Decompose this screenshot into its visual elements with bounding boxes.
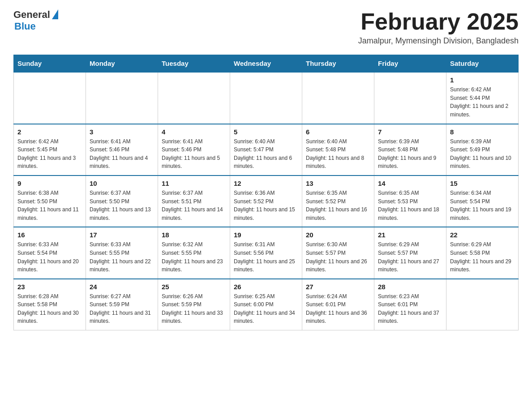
calendar-day-header: Wednesday bbox=[230, 55, 302, 73]
day-number: 23 bbox=[17, 283, 82, 291]
calendar-day-header: Saturday bbox=[446, 55, 519, 73]
calendar-day-header: Monday bbox=[86, 55, 158, 73]
calendar-cell: 25Sunrise: 6:26 AMSunset: 5:59 PMDayligh… bbox=[158, 279, 230, 330]
calendar-cell: 8Sunrise: 6:39 AMSunset: 5:49 PMDaylight… bbox=[446, 124, 519, 176]
day-info: Sunrise: 6:24 AMSunset: 6:01 PMDaylight:… bbox=[306, 292, 370, 325]
calendar-cell: 3Sunrise: 6:41 AMSunset: 5:46 PMDaylight… bbox=[86, 124, 158, 176]
day-number: 12 bbox=[234, 180, 298, 187]
day-info: Sunrise: 6:39 AMSunset: 5:48 PMDaylight:… bbox=[378, 137, 442, 171]
calendar-cell: 10Sunrise: 6:37 AMSunset: 5:50 PMDayligh… bbox=[86, 176, 158, 227]
day-info: Sunrise: 6:33 AMSunset: 5:54 PMDaylight:… bbox=[17, 240, 82, 274]
day-number: 4 bbox=[162, 128, 226, 136]
calendar-cell: 2Sunrise: 6:42 AMSunset: 5:45 PMDaylight… bbox=[14, 124, 86, 176]
calendar-cell: 1Sunrise: 6:42 AMSunset: 5:44 PMDaylight… bbox=[446, 72, 519, 124]
calendar-cell bbox=[230, 72, 302, 124]
day-number: 11 bbox=[162, 180, 226, 187]
day-number: 20 bbox=[306, 231, 370, 239]
day-info: Sunrise: 6:41 AMSunset: 5:46 PMDaylight:… bbox=[90, 137, 154, 171]
day-number: 22 bbox=[450, 231, 515, 239]
calendar-cell: 12Sunrise: 6:36 AMSunset: 5:52 PMDayligh… bbox=[230, 176, 302, 227]
calendar-cell: 5Sunrise: 6:40 AMSunset: 5:47 PMDaylight… bbox=[230, 124, 302, 176]
day-number: 13 bbox=[306, 180, 370, 187]
day-number: 8 bbox=[450, 128, 515, 136]
calendar-cell: 19Sunrise: 6:31 AMSunset: 5:56 PMDayligh… bbox=[230, 227, 302, 278]
calendar-day-header: Friday bbox=[374, 55, 446, 73]
day-number: 3 bbox=[90, 128, 154, 136]
calendar-header-row: SundayMondayTuesdayWednesdayThursdayFrid… bbox=[14, 55, 519, 73]
page-header: General Blue February 2025 Jamalpur, Mym… bbox=[13, 9, 519, 46]
calendar-week-row: 1Sunrise: 6:42 AMSunset: 5:44 PMDaylight… bbox=[14, 72, 519, 124]
day-number: 7 bbox=[378, 128, 442, 136]
calendar-cell bbox=[158, 72, 230, 124]
day-info: Sunrise: 6:23 AMSunset: 6:01 PMDaylight:… bbox=[378, 292, 442, 325]
day-number: 19 bbox=[234, 231, 298, 239]
day-info: Sunrise: 6:31 AMSunset: 5:56 PMDaylight:… bbox=[234, 240, 298, 274]
day-number: 28 bbox=[378, 283, 442, 291]
calendar-cell: 11Sunrise: 6:37 AMSunset: 5:51 PMDayligh… bbox=[158, 176, 230, 227]
day-info: Sunrise: 6:36 AMSunset: 5:52 PMDaylight:… bbox=[234, 189, 298, 222]
day-info: Sunrise: 6:39 AMSunset: 5:49 PMDaylight:… bbox=[450, 137, 515, 171]
calendar-cell bbox=[302, 72, 374, 124]
calendar-day-header: Sunday bbox=[14, 55, 86, 73]
calendar-cell: 14Sunrise: 6:35 AMSunset: 5:53 PMDayligh… bbox=[374, 176, 446, 227]
logo-general-text: General bbox=[13, 9, 50, 21]
title-block: February 2025 Jamalpur, Mymensingh Divis… bbox=[358, 9, 519, 46]
calendar-cell bbox=[446, 279, 519, 330]
calendar-cell: 15Sunrise: 6:34 AMSunset: 5:54 PMDayligh… bbox=[446, 176, 519, 227]
day-number: 25 bbox=[162, 283, 226, 291]
day-number: 2 bbox=[17, 128, 82, 136]
day-info: Sunrise: 6:33 AMSunset: 5:55 PMDaylight:… bbox=[90, 240, 154, 274]
calendar-cell: 22Sunrise: 6:29 AMSunset: 5:58 PMDayligh… bbox=[446, 227, 519, 278]
calendar-cell: 26Sunrise: 6:25 AMSunset: 6:00 PMDayligh… bbox=[230, 279, 302, 330]
calendar-cell: 18Sunrise: 6:32 AMSunset: 5:55 PMDayligh… bbox=[158, 227, 230, 278]
calendar-week-row: 23Sunrise: 6:28 AMSunset: 5:58 PMDayligh… bbox=[14, 279, 519, 330]
calendar-day-header: Thursday bbox=[302, 55, 374, 73]
logo: General Blue bbox=[13, 9, 58, 32]
day-info: Sunrise: 6:29 AMSunset: 5:57 PMDaylight:… bbox=[378, 240, 442, 274]
day-info: Sunrise: 6:38 AMSunset: 5:50 PMDaylight:… bbox=[17, 189, 82, 222]
day-number: 6 bbox=[306, 128, 370, 136]
day-info: Sunrise: 6:27 AMSunset: 5:59 PMDaylight:… bbox=[90, 292, 154, 325]
day-info: Sunrise: 6:25 AMSunset: 6:00 PMDaylight:… bbox=[234, 292, 298, 325]
day-number: 14 bbox=[378, 180, 442, 187]
calendar-week-row: 9Sunrise: 6:38 AMSunset: 5:50 PMDaylight… bbox=[14, 176, 519, 227]
day-info: Sunrise: 6:34 AMSunset: 5:54 PMDaylight:… bbox=[450, 189, 515, 222]
day-number: 21 bbox=[378, 231, 442, 239]
month-title: February 2025 bbox=[358, 9, 519, 34]
calendar-cell: 28Sunrise: 6:23 AMSunset: 6:01 PMDayligh… bbox=[374, 279, 446, 330]
calendar-cell: 23Sunrise: 6:28 AMSunset: 5:58 PMDayligh… bbox=[14, 279, 86, 330]
day-number: 9 bbox=[17, 180, 82, 187]
calendar-week-row: 16Sunrise: 6:33 AMSunset: 5:54 PMDayligh… bbox=[14, 227, 519, 278]
day-number: 5 bbox=[234, 128, 298, 136]
day-number: 26 bbox=[234, 283, 298, 291]
calendar-cell: 16Sunrise: 6:33 AMSunset: 5:54 PMDayligh… bbox=[14, 227, 86, 278]
day-number: 1 bbox=[450, 76, 515, 84]
day-number: 10 bbox=[90, 180, 154, 187]
day-info: Sunrise: 6:42 AMSunset: 5:44 PMDaylight:… bbox=[450, 86, 515, 119]
day-number: 18 bbox=[162, 231, 226, 239]
day-info: Sunrise: 6:40 AMSunset: 5:48 PMDaylight:… bbox=[306, 137, 370, 171]
day-info: Sunrise: 6:35 AMSunset: 5:52 PMDaylight:… bbox=[306, 189, 370, 222]
day-info: Sunrise: 6:26 AMSunset: 5:59 PMDaylight:… bbox=[162, 292, 226, 325]
calendar-cell: 7Sunrise: 6:39 AMSunset: 5:48 PMDaylight… bbox=[374, 124, 446, 176]
day-info: Sunrise: 6:40 AMSunset: 5:47 PMDaylight:… bbox=[234, 137, 298, 171]
calendar-cell: 20Sunrise: 6:30 AMSunset: 5:57 PMDayligh… bbox=[302, 227, 374, 278]
day-info: Sunrise: 6:37 AMSunset: 5:50 PMDaylight:… bbox=[90, 189, 154, 222]
day-info: Sunrise: 6:37 AMSunset: 5:51 PMDaylight:… bbox=[162, 189, 226, 222]
day-number: 24 bbox=[90, 283, 154, 291]
calendar-cell: 9Sunrise: 6:38 AMSunset: 5:50 PMDaylight… bbox=[14, 176, 86, 227]
day-info: Sunrise: 6:28 AMSunset: 5:58 PMDaylight:… bbox=[17, 292, 82, 325]
calendar-cell: 6Sunrise: 6:40 AMSunset: 5:48 PMDaylight… bbox=[302, 124, 374, 176]
logo-triangle-icon bbox=[52, 9, 58, 19]
day-number: 27 bbox=[306, 283, 370, 291]
calendar-cell: 24Sunrise: 6:27 AMSunset: 5:59 PMDayligh… bbox=[86, 279, 158, 330]
day-info: Sunrise: 6:42 AMSunset: 5:45 PMDaylight:… bbox=[17, 137, 82, 171]
day-number: 17 bbox=[90, 231, 154, 239]
location-subtitle: Jamalpur, Mymensingh Division, Banglades… bbox=[358, 36, 519, 46]
day-info: Sunrise: 6:30 AMSunset: 5:57 PMDaylight:… bbox=[306, 240, 370, 274]
day-number: 16 bbox=[17, 231, 82, 239]
day-number: 15 bbox=[450, 180, 515, 187]
calendar-week-row: 2Sunrise: 6:42 AMSunset: 5:45 PMDaylight… bbox=[14, 124, 519, 176]
calendar-cell: 4Sunrise: 6:41 AMSunset: 5:46 PMDaylight… bbox=[158, 124, 230, 176]
calendar-day-header: Tuesday bbox=[158, 55, 230, 73]
